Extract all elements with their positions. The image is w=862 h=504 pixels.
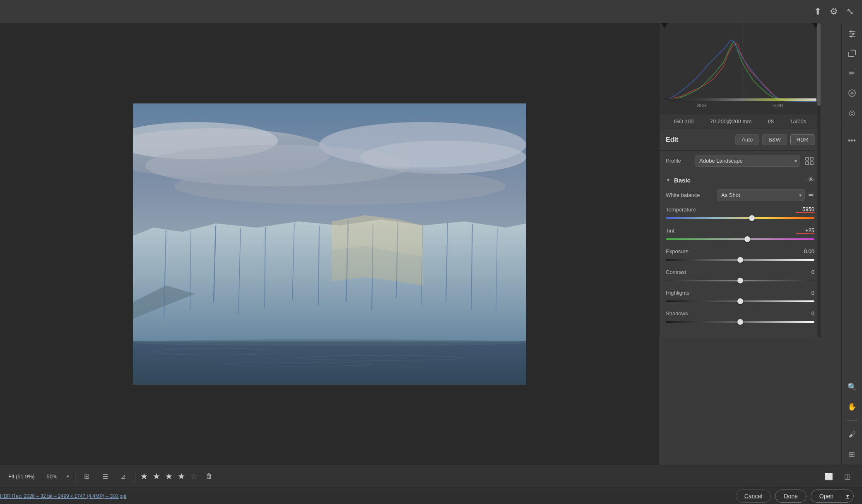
info-bar: HDR Rec. 2020 – 32 bit – 2499 x 1747 (4.… — [0, 487, 862, 504]
compare-icon[interactable]: ◫ — [840, 470, 854, 483]
edit-buttons: Auto B&W HDR — [735, 134, 814, 145]
highlights-thumb[interactable] — [737, 298, 743, 304]
grid-view-icon[interactable]: ⊞ — [846, 448, 858, 461]
shadows-value[interactable]: 0 — [796, 310, 814, 317]
tint-slider[interactable] — [666, 236, 814, 242]
delete-icon[interactable]: 🗑 — [202, 470, 216, 483]
filter-icon[interactable]: ⊿ — [117, 470, 130, 483]
exposure-thumb[interactable] — [737, 257, 743, 263]
top-bar: ⬆ ⚙ ⤡ — [0, 0, 862, 23]
svg-rect-35 — [810, 162, 813, 165]
edit-title: Edit — [666, 136, 678, 144]
settings-icon[interactable]: ⚙ — [830, 6, 838, 17]
more-options-icon[interactable]: ••• — [846, 134, 858, 147]
svg-rect-32 — [806, 157, 809, 160]
shadows-label: Shadows — [666, 310, 688, 317]
exposure-slider[interactable] — [666, 257, 814, 263]
sdr-label: SDR — [697, 103, 706, 108]
fit-label: Fit (51.9%) — [8, 473, 40, 480]
contrast-thumb[interactable] — [737, 278, 743, 283]
exposure-row: Exposure 0.00 — [666, 248, 814, 263]
highlights-slider[interactable] — [666, 298, 814, 305]
eyedropper-icon[interactable]: ✒ — [808, 191, 814, 200]
contrast-value[interactable]: 0 — [796, 269, 814, 275]
basic-title-row: ▼ Basic — [666, 177, 691, 184]
toolbar-sep-v-1 — [75, 470, 75, 482]
highlights-value[interactable]: 0 — [796, 290, 814, 296]
shadows-slider[interactable] — [666, 319, 814, 325]
basic-visibility-icon[interactable]: 👁 — [808, 176, 814, 184]
star-3[interactable]: ★ — [165, 471, 173, 481]
temperature-row: Temperature 5950 — [666, 206, 814, 221]
tint-thumb[interactable] — [744, 236, 750, 242]
healing-icon[interactable]: ✏ — [846, 67, 858, 79]
star-5[interactable]: ☆ — [190, 471, 197, 481]
bottom-right-controls: ⬜ ◫ — [822, 470, 854, 483]
highlights-label: Highlights — [666, 290, 689, 296]
export-icon[interactable]: ⬆ — [814, 6, 821, 17]
crop-overlay-icon[interactable]: ⬜ — [822, 470, 836, 483]
basic-controls: White balance As Shot Auto Daylight Clou… — [660, 187, 821, 337]
hdr-button[interactable]: HDR — [790, 134, 814, 145]
file-info: HDR Rec. 2020 – 32 bit – 2499 x 1747 (4.… — [0, 493, 126, 499]
zoom-icon[interactable]: 🔍 — [846, 381, 858, 393]
basic-section-header[interactable]: ▼ Basic 👁 — [660, 171, 821, 187]
svg-rect-33 — [810, 157, 813, 160]
temperature-track — [666, 217, 814, 219]
svg-rect-24 — [133, 341, 526, 385]
histogram-labels: SDR HDR — [660, 102, 821, 109]
edit-panel: Edit Auto B&W HDR Profile Adobe Landscap… — [660, 129, 821, 337]
scroll-track — [817, 23, 821, 337]
redeye-icon[interactable]: ◎ — [846, 107, 858, 119]
grid-thumb-icon[interactable]: ⊞ — [80, 470, 94, 483]
scroll-thumb[interactable] — [817, 23, 821, 106]
brush-icon[interactable]: 🖌 — [846, 428, 858, 441]
tint-row: Tint +25 — [666, 227, 814, 242]
lens-value: 70-200@200 mm — [710, 118, 752, 125]
list-view-icon[interactable]: ☰ — [99, 470, 112, 483]
canvas-area — [0, 23, 659, 465]
histogram-canvas — [660, 23, 821, 102]
open-group: Open ▾ — [811, 490, 854, 503]
hand-tool-icon[interactable]: ✋ — [846, 401, 858, 413]
svg-rect-34 — [806, 162, 809, 165]
svg-point-37 — [850, 31, 852, 33]
adjustments-icon[interactable] — [846, 27, 858, 40]
crop-icon[interactable] — [846, 47, 858, 60]
auto-button[interactable]: Auto — [735, 134, 759, 145]
shadows-thumb[interactable] — [737, 319, 743, 325]
exposure-value[interactable]: 0.00 — [796, 248, 814, 254]
star-4[interactable]: ★ — [178, 471, 185, 481]
temperature-value[interactable]: 5950 — [796, 206, 814, 213]
cancel-button[interactable]: Cancel — [736, 490, 771, 503]
masking-icon[interactable] — [846, 87, 858, 99]
info-bar-right: Cancel Done Open ▾ — [736, 490, 854, 503]
contrast-label: Contrast — [666, 269, 686, 275]
white-balance-select-wrapper: As Shot Auto Daylight Cloudy Shade Tungs… — [717, 189, 805, 201]
tint-label: Tint — [666, 228, 674, 234]
hdr-label: HDR — [773, 103, 783, 108]
basic-section-title: Basic — [674, 177, 691, 184]
temperature-slider[interactable] — [666, 215, 814, 221]
bw-button[interactable]: B&W — [762, 134, 787, 145]
star-2[interactable]: ★ — [153, 471, 160, 481]
temperature-label: Temperature — [666, 206, 696, 213]
temperature-thumb[interactable] — [749, 215, 755, 221]
profile-select[interactable]: Adobe Landscape Adobe Color Adobe Portra… — [695, 155, 800, 167]
tint-value[interactable]: +25 — [796, 227, 814, 234]
shadows-row: Shadows 0 — [666, 310, 814, 325]
open-button[interactable]: Open — [811, 490, 842, 503]
toolbar-separator-1 — [846, 127, 858, 127]
contrast-slider[interactable] — [666, 277, 814, 284]
svg-rect-31 — [664, 98, 816, 101]
zoom-select[interactable]: 50% 25% 75% 100% — [45, 472, 70, 481]
open-dropdown-button[interactable]: ▾ — [842, 490, 854, 503]
done-button[interactable]: Done — [775, 490, 806, 503]
star-1[interactable]: ★ — [140, 471, 148, 481]
profile-browser-icon[interactable] — [804, 156, 814, 166]
profile-select-wrapper: Adobe Landscape Adobe Color Adobe Portra… — [695, 155, 800, 167]
white-balance-select[interactable]: As Shot Auto Daylight Cloudy Shade Tungs… — [717, 189, 805, 201]
right-toolbar: ✏ ◎ ••• 🔍 ✋ 🖌 ⊞ — [841, 23, 862, 465]
expand-icon[interactable]: ⤡ — [846, 6, 854, 17]
camera-info: ISO 100 70-200@200 mm f/8 1/400s — [660, 114, 821, 129]
